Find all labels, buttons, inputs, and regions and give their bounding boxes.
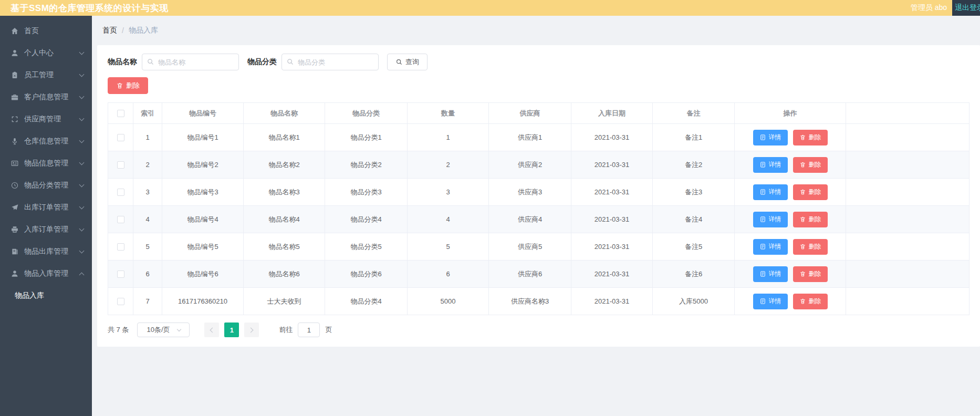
detail-button[interactable]: 详情: [753, 266, 788, 282]
table-cell: 士大夫收到: [244, 288, 325, 315]
delete-row-button[interactable]: 删除: [793, 184, 828, 200]
table-cell: 6: [133, 261, 162, 288]
table-cell: 物品名称5: [244, 233, 325, 261]
pagination: 共 7 条 10条/页 1 前往 页: [108, 323, 969, 337]
sidebar-item-customer-info-management[interactable]: 客户信息管理: [0, 86, 92, 108]
table-cell-actions: 详情删除: [735, 179, 846, 206]
sidebar-item-label: 物品信息管理: [24, 159, 68, 168]
sidebar-item-label: 首页: [24, 26, 39, 36]
sidebar-item-label: 个人中心: [24, 48, 54, 58]
row-checkbox[interactable]: [117, 161, 124, 169]
document-icon: [759, 216, 766, 223]
detail-button[interactable]: 详情: [753, 184, 788, 200]
search-button-label: 查询: [405, 57, 419, 67]
column-header: 供应商: [489, 103, 571, 124]
detail-button-label: 详情: [769, 160, 781, 169]
table-cell: 供应商1: [489, 124, 571, 151]
sidebar-item-supplier-management[interactable]: 供应商管理: [0, 108, 92, 130]
detail-button[interactable]: 详情: [753, 294, 788, 309]
delete-row-button[interactable]: 删除: [793, 130, 828, 145]
row-checkbox[interactable]: [117, 216, 124, 223]
delete-button[interactable]: 删除: [108, 77, 148, 94]
table-cell: 供应商2: [489, 151, 571, 179]
chevron-down-icon: [176, 327, 181, 331]
sidebar-item-item-inbound-management[interactable]: 物品入库管理: [0, 263, 92, 285]
postcard-icon: [11, 159, 19, 168]
table-cell: 物品分类4: [325, 288, 408, 315]
table-cell: 物品分类3: [325, 179, 408, 206]
sidebar-item-label: 物品入库: [15, 291, 44, 300]
document-icon: [759, 134, 766, 141]
row-checkbox[interactable]: [117, 271, 124, 278]
search-button[interactable]: 查询: [387, 54, 428, 70]
microphone-icon: [11, 137, 19, 145]
logout-button[interactable]: 退出登录: [952, 0, 980, 16]
page-size-select[interactable]: 10条/页: [137, 323, 190, 337]
row-checkbox[interactable]: [117, 243, 124, 251]
prev-page-button[interactable]: [204, 323, 219, 337]
table-cell: 物品名称2: [244, 151, 325, 179]
row-checkbox[interactable]: [117, 298, 124, 305]
table-cell: 备注4: [653, 206, 735, 233]
goto-label: 前往: [279, 325, 293, 335]
sidebar-item-inbound-order-management[interactable]: 入库订单管理: [0, 219, 92, 241]
sidebar-item-label: 仓库信息管理: [24, 137, 68, 146]
item-name-input[interactable]: [142, 54, 239, 70]
sidebar-item-employee-management[interactable]: 员工管理: [0, 64, 92, 86]
table-cell: 2021-03-31: [571, 206, 653, 233]
chevron-up-icon: [79, 272, 85, 277]
detail-button[interactable]: 详情: [753, 157, 788, 173]
next-page-button[interactable]: [244, 323, 259, 337]
table-cell: 3: [133, 179, 162, 206]
item-category-label: 物品分类: [247, 57, 277, 67]
sidebar-item-item-category-management[interactable]: 物品分类管理: [0, 174, 92, 196]
row-checkbox[interactable]: [117, 189, 124, 196]
table-cell-checkbox: [108, 206, 133, 233]
table-cell: 备注1: [653, 124, 735, 151]
sidebar-item-profile[interactable]: 个人中心: [0, 42, 92, 64]
detail-button[interactable]: 详情: [753, 212, 788, 227]
detail-button-label: 详情: [769, 215, 781, 224]
delete-row-button[interactable]: 删除: [793, 212, 828, 227]
delete-row-button[interactable]: 删除: [793, 294, 828, 309]
sidebar-item-outbound-order-management[interactable]: 出库订单管理: [0, 196, 92, 219]
sidebar-item-item-info-management[interactable]: 物品信息管理: [0, 152, 92, 174]
detail-button[interactable]: 详情: [753, 130, 788, 145]
delete-row-button[interactable]: 删除: [793, 157, 828, 173]
table-cell: 1: [408, 124, 489, 151]
table-cell: 物品编号3: [162, 179, 244, 206]
table-cell: 物品分类5: [325, 233, 408, 261]
trash-icon: [799, 134, 806, 141]
table-cell: 物品编号4: [162, 206, 244, 233]
goto-page-input[interactable]: [298, 323, 320, 337]
sidebar-item-label: 物品出库管理: [24, 247, 68, 256]
item-name-label: 物品名称: [108, 57, 137, 67]
detail-button[interactable]: 详情: [753, 239, 788, 255]
delete-row-button-label: 删除: [809, 188, 821, 196]
table-cell: 备注5: [653, 233, 735, 261]
sidebar-item-home[interactable]: 首页: [0, 20, 92, 42]
table-cell: 物品编号1: [162, 124, 244, 151]
delete-row-button-label: 删除: [809, 160, 821, 169]
delete-row-button[interactable]: 删除: [793, 239, 828, 255]
breadcrumb-home[interactable]: 首页: [102, 26, 117, 35]
table-cell-filler: [846, 206, 969, 233]
column-filler: [846, 103, 969, 124]
toolbar-row: 删除: [108, 77, 969, 94]
delete-row-button[interactable]: 删除: [793, 266, 828, 282]
notebook-icon: [11, 247, 19, 256]
table-cell-actions: 详情删除: [735, 261, 846, 288]
item-category-input[interactable]: [282, 54, 379, 70]
sidebar-item-label: 出库订单管理: [24, 203, 68, 212]
detail-button-label: 详情: [769, 133, 781, 142]
inbound-table: 索引物品编号物品名称物品分类数量供应商入库日期备注操作 1物品编号1物品名称1物…: [108, 102, 969, 315]
sidebar-subitem-item-inbound[interactable]: 物品入库: [0, 285, 92, 307]
row-checkbox[interactable]: [117, 134, 124, 141]
select-all-checkbox[interactable]: [117, 110, 124, 117]
table-cell-checkbox: [108, 151, 133, 179]
sidebar-item-warehouse-info-management[interactable]: 仓库信息管理: [0, 130, 92, 152]
table-row: 3物品编号3物品名称3物品分类33供应商32021-03-31备注3详情删除: [108, 179, 969, 206]
sidebar-item-item-outbound-management[interactable]: 物品出库管理: [0, 241, 92, 263]
current-page-button[interactable]: 1: [224, 323, 239, 337]
detail-button-label: 详情: [769, 188, 781, 196]
